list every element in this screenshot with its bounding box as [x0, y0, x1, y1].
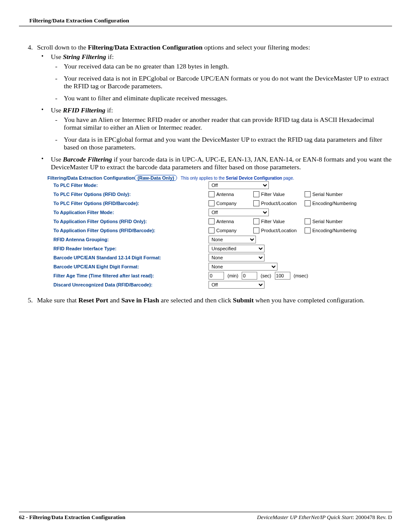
string-b3: You want to filter and eliminate duplica…: [51, 94, 392, 102]
checkbox-product-location[interactable]: [253, 200, 259, 206]
step-5: Make sure that Reset Port and Save in Fl…: [34, 296, 392, 304]
header-rule: [19, 26, 392, 26]
t: Encoding/Numbering: [312, 201, 357, 206]
unit-msec: (msec): [294, 273, 308, 278]
page-footer: 62 - Filtering/Data Extraction Configura…: [19, 512, 392, 521]
footer-rule: [19, 512, 392, 512]
t: if:: [106, 53, 114, 60]
label-antenna-grouping: RFID Antenna Grouping:: [53, 237, 209, 242]
t: if:: [106, 106, 113, 114]
t: Use: [51, 106, 63, 114]
label-plc-rfid-barcode: To PLC Filter Options (RFID/Barcode):: [53, 201, 209, 206]
checkbox-encoding-numbering[interactable]: [305, 200, 311, 206]
t: Save in Flash: [121, 296, 159, 304]
label-plc-rfid-only: To PLC Filter Options (RFID Only):: [53, 192, 209, 197]
step-4: Scroll down to the Filtering/Data Extrac…: [34, 44, 392, 289]
label-discard-unrecognized: Discard Unrecognized Data (RFID/Barcode)…: [53, 282, 209, 287]
select-antenna-grouping[interactable]: None: [209, 236, 256, 243]
t: Filter Value: [261, 192, 285, 197]
string-b2: Your received data is not in EPCglobal o…: [51, 75, 392, 90]
checkbox-filter-value-2[interactable]: [253, 218, 259, 224]
select-upc-12-14[interactable]: None: [209, 254, 265, 261]
rfid-b2: Your data is in EPCglobal format and you…: [51, 136, 392, 151]
t: Antenna: [216, 192, 234, 197]
unit-min: (min): [227, 273, 238, 278]
t: String Filtering: [63, 53, 106, 60]
checkbox-antenna-2[interactable]: [209, 218, 215, 224]
t: Company: [216, 201, 237, 206]
t: Scroll down to the: [37, 44, 88, 51]
config-title: Filtering/Data Extraction Configuration(…: [47, 175, 181, 180]
config-note: This only applies to the Serial Device C…: [181, 176, 294, 180]
t: Use: [51, 156, 63, 163]
label-app-filter-mode: To Application Filter Mode:: [53, 210, 209, 215]
t: Company: [216, 228, 237, 233]
t: DeviceMaster UP EtherNet/IP Quick Start: [257, 514, 352, 520]
t: and: [108, 296, 121, 304]
checkbox-product-location-2[interactable]: [253, 227, 259, 233]
label-upc-12-14: Barcode UPC/EAN Standard 12-14 Digit For…: [53, 255, 209, 260]
unit-sec: (sec): [261, 273, 271, 278]
checkbox-serial-number[interactable]: [305, 191, 311, 197]
t: Barcode Filtering: [63, 156, 112, 163]
select-app-filter-mode[interactable]: Off: [209, 208, 269, 216]
raw-data-only-pill: (Raw-Data Only): [134, 175, 177, 181]
t: Serial Device Configuration: [226, 176, 282, 180]
page-content: Scroll down to the Filtering/Data Extrac…: [19, 44, 392, 304]
select-upc-8[interactable]: None: [209, 263, 277, 271]
t: page.: [282, 176, 294, 180]
label-upc-8: Barcode UPC/EAN Eight Digit Format:: [53, 264, 209, 269]
t: options and select your filtering modes:: [202, 44, 310, 51]
checkbox-company[interactable]: [209, 200, 215, 206]
input-filter-age-sec[interactable]: [242, 272, 257, 280]
t: : 2000478 Rev. D: [352, 514, 392, 520]
t: Filtering/Data Extraction Configuration: [88, 44, 202, 51]
checkbox-serial-number-2[interactable]: [305, 218, 311, 224]
select-plc-filter-mode[interactable]: Off: [209, 181, 269, 189]
checkbox-antenna[interactable]: [209, 191, 215, 197]
label-reader-interface-type: RFID Reader Interface Type:: [53, 246, 209, 251]
t: Serial Number: [312, 192, 342, 197]
checkbox-encoding-numbering-2[interactable]: [305, 227, 311, 233]
label-plc-filter-mode: To PLC Filter Mode:: [53, 183, 209, 188]
t: Serial Number: [312, 219, 342, 224]
t: Filter Value: [261, 219, 285, 224]
t: This only applies to the: [181, 176, 226, 180]
use-barcode-filtering: Use Barcode Filtering if your barcode da…: [37, 156, 392, 171]
checkbox-filter-value[interactable]: [253, 191, 259, 197]
config-title-row: Filtering/Data Extraction Configuration(…: [47, 175, 392, 180]
checkbox-company-2[interactable]: [209, 227, 215, 233]
label-app-rfid-only: To Application Filter Options (RFID Only…: [53, 219, 209, 224]
config-screenshot: Filtering/Data Extraction Configuration(…: [47, 175, 392, 289]
string-b1: Your received data can be no greater tha…: [51, 62, 392, 70]
t: Encoding/Numbering: [312, 228, 357, 233]
t: Reset Port: [78, 296, 108, 304]
t: Product/Location: [261, 201, 297, 206]
running-header: Filtering/Data Extraction Configuration: [19, 17, 392, 24]
label-filter-age-time: Filter Age Time (Time filtered after las…: [53, 273, 209, 278]
select-reader-interface-type[interactable]: Unspecified: [209, 245, 265, 252]
step4-intro: Scroll down to the Filtering/Data Extrac…: [37, 44, 310, 51]
t: Filtering/Data Extraction Configuration: [47, 175, 134, 180]
select-discard-unrecognized[interactable]: Off: [209, 281, 265, 289]
use-string-filtering: Use String Filtering if: Your received d…: [37, 53, 392, 102]
t: when you have completed configuration.: [254, 296, 364, 304]
t: are selected and then click: [159, 296, 233, 304]
t: Make sure that: [37, 296, 78, 304]
input-filter-age-msec[interactable]: [275, 272, 290, 280]
input-filter-age-min[interactable]: [209, 272, 224, 280]
t: Product/Location: [261, 228, 297, 233]
t: Submit: [233, 296, 254, 304]
t: Antenna: [216, 219, 234, 224]
t: Use: [51, 53, 63, 60]
t: RFID Filtering: [63, 106, 106, 114]
footer-right: DeviceMaster UP EtherNet/IP Quick Start:…: [257, 514, 392, 521]
rfid-b1: You have an Alien or Intermec RFID reade…: [51, 116, 392, 131]
footer-left: 62 - Filtering/Data Extraction Configura…: [19, 514, 125, 521]
use-rfid-filtering: Use RFID Filtering if: You have an Alien…: [37, 106, 392, 151]
label-app-rfid-barcode: To Application Filter Options (RFID/Barc…: [53, 228, 209, 233]
